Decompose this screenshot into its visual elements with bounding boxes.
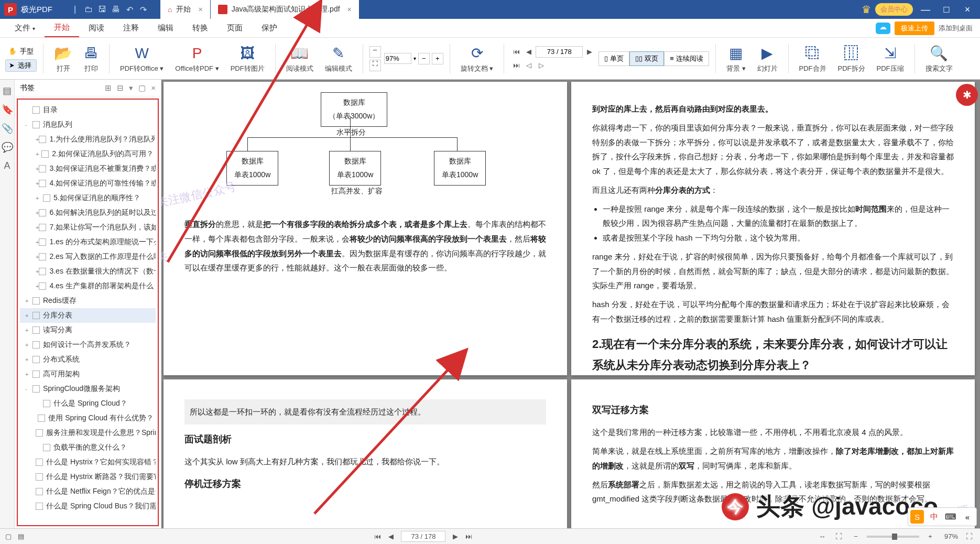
zoom-in-button[interactable]: + — [924, 532, 936, 540]
bookmark-item[interactable]: +Redis缓存 — [20, 293, 156, 308]
bookmark-item[interactable]: +7.如果让你写一个消息队列，该如何进 — [20, 220, 156, 235]
expand-icon[interactable]: + — [25, 371, 32, 377]
edit-mode-button[interactable]: ✎编辑模式 — [321, 42, 356, 75]
first-page-button[interactable]: ⏮ — [374, 532, 381, 540]
bookmark-item[interactable]: +2.如何保证消息队列的高可用？ — [20, 147, 156, 161]
bookmark-item[interactable]: -消息队列 — [20, 117, 156, 132]
select-tool[interactable]: ➤选择 — [5, 59, 37, 72]
text-icon[interactable]: A — [4, 160, 10, 171]
upload-button[interactable]: 极速上传 — [895, 21, 934, 35]
fit-width-icon[interactable]: ↔ — [816, 532, 828, 540]
fit-page-icon[interactable]: ⛶ — [833, 532, 845, 540]
background-button[interactable]: ▦背景 ▾ — [722, 42, 750, 75]
bookmark-item[interactable]: +1.es 的分布式架构原理能说一下么（e — [20, 235, 156, 249]
zoom-input[interactable] — [384, 53, 411, 64]
menu-start[interactable]: 开始 — [45, 19, 79, 37]
zoom-in-button[interactable]: + — [432, 53, 443, 64]
tray-ime-icon[interactable]: 中 — [927, 510, 941, 524]
slideshow-button[interactable]: ▶幻灯片 — [753, 42, 782, 75]
expand-icon[interactable]: + — [25, 342, 32, 348]
tray-chevron-icon[interactable]: « — [961, 510, 974, 524]
expand-icon[interactable]: + — [25, 327, 32, 333]
bookmark-item[interactable]: 什么是 Hystrix 断路器？我们需要它吗 — [20, 470, 156, 484]
bookmark-item[interactable]: 负载平衡的意义什么？ — [20, 440, 156, 455]
prev-page-button[interactable]: ◀ — [523, 46, 535, 58]
tray-app-icon[interactable]: S — [910, 510, 924, 524]
hand-tool[interactable]: ✋手型 — [5, 46, 37, 57]
single-page-button[interactable]: ▯单页 — [598, 51, 629, 66]
page-indicator[interactable]: 73 / 178 — [401, 531, 445, 542]
bookmark-item[interactable]: +4.如何保证消息的可靠性传输？或者说， — [20, 176, 156, 191]
undo-icon[interactable]: ↶ — [123, 5, 136, 15]
first-page-button[interactable]: ⏮ — [510, 46, 522, 58]
last-page-button[interactable]: ⏭ — [465, 532, 472, 540]
bookmark-item[interactable]: +6.如何解决消息队列的延时以及过期失 — [20, 205, 156, 220]
page-input[interactable] — [536, 46, 583, 58]
bookmark-tree[interactable]: 目录-消息队列+1.为什么使用消息队列？消息队列有什+2.如何保证消息队列的高可… — [17, 99, 159, 526]
menu-convert[interactable]: 转换 — [183, 23, 217, 33]
search-text-button[interactable]: 🔍搜索文字 — [921, 42, 957, 75]
chevron-down-icon[interactable]: ▾ — [413, 56, 416, 61]
expand-icon[interactable]: - — [25, 122, 32, 128]
menu-file[interactable]: 文件 ▾ — [5, 23, 45, 33]
bookmark-item[interactable]: 什么是 Spring Cloud？ — [20, 396, 156, 411]
office-to-pdf-button[interactable]: POffice转PDF ▾ — [171, 42, 223, 75]
pdf-split-button[interactable]: ⿲PDF拆分 — [834, 42, 869, 75]
bookmark-item[interactable]: 什么是 Hystrix？它如何实现容错？ — [20, 455, 156, 470]
vip-button[interactable]: 会员中心 — [875, 3, 913, 16]
expand-icon[interactable]: + — [25, 298, 32, 304]
print-button[interactable]: 🖶打印 — [80, 42, 103, 75]
new-window-icon[interactable]: ▢ — [138, 83, 146, 93]
expand-icon[interactable]: + — [36, 195, 43, 201]
pdf-compress-button[interactable]: ⇲PDF压缩 — [873, 42, 908, 75]
bookmark-item[interactable]: +如何设计一个高并发系统？ — [20, 338, 156, 352]
tab-document[interactable]: Java高级架构面试知识点整理.pdf × — [211, 0, 360, 19]
tray-keyboard-icon[interactable]: ⌨ — [944, 510, 957, 524]
last-page-button[interactable]: ⏭ — [510, 60, 522, 71]
tab-home[interactable]: ⌂ 开始 × — [160, 0, 211, 19]
thumbnail-view-icon[interactable]: ▤ — [18, 532, 24, 540]
next-page-button[interactable]: ▶ — [453, 532, 458, 540]
bookmark-item[interactable]: +3.如何保证消息不被重复消费？或者说， — [20, 161, 156, 176]
bookmark-item[interactable]: -SpringCloud微服务架构 — [20, 382, 156, 396]
attachments-icon[interactable]: 📎 — [2, 123, 13, 134]
menu-edit[interactable]: 编辑 — [148, 23, 183, 33]
folder-icon[interactable]: 🗀 — [82, 5, 95, 14]
add-to-desktop-link[interactable]: 添加到桌面 — [939, 24, 973, 33]
expand-icon[interactable]: - — [25, 386, 32, 392]
expand-icon[interactable]: + — [36, 151, 41, 157]
bookmark-item[interactable]: +高可用架构 — [20, 367, 156, 382]
bookmark-item[interactable]: 什么是 Spring Cloud Bus？我们需要它 — [20, 499, 156, 514]
pdf-to-image-button[interactable]: 🖼PDF转图片 — [226, 42, 269, 75]
bookmark-item[interactable]: +分布式系统 — [20, 352, 156, 367]
cloud-icon[interactable]: ☁ — [876, 23, 890, 34]
document-viewport[interactable]: 数据库（单表3000w） 水平拆分 数据库单表1000w 数据库单表1000w … — [161, 80, 980, 528]
window-close-button[interactable]: × — [959, 4, 976, 15]
minimize-button[interactable]: — — [917, 4, 934, 15]
pdf-to-office-button[interactable]: WPDF转Office ▾ — [116, 42, 168, 75]
expand-icon[interactable]: + — [25, 356, 32, 363]
bookmark-item[interactable]: +读写分离 — [20, 323, 156, 338]
collapse-all-icon[interactable]: ⊟ — [117, 83, 124, 93]
bookmark-item[interactable]: +5.如何保证消息的顺序性？ — [20, 191, 156, 205]
close-icon[interactable]: × — [347, 5, 352, 14]
thumbnails-icon[interactable]: ▤ — [3, 85, 12, 96]
zoom-slider[interactable] — [867, 536, 919, 538]
open-button[interactable]: 📂打开 — [50, 42, 77, 75]
bookmark-item[interactable]: 服务注册和发现是什么意思？Spring C — [20, 426, 156, 440]
double-page-button[interactable]: ▯▯双页 — [629, 51, 664, 66]
close-icon[interactable]: × — [198, 5, 202, 14]
menu-protect[interactable]: 保护 — [252, 23, 287, 33]
menu-page[interactable]: 页面 — [217, 23, 252, 33]
bookmark-item[interactable]: +4.es 生产集群的部署架构是什么？每个 — [20, 279, 156, 293]
prev-view-button[interactable]: ◁ — [523, 60, 535, 71]
bookmark-menu-icon[interactable]: ▾ — [129, 83, 133, 93]
redo-icon[interactable]: ↷ — [136, 5, 150, 15]
fullscreen-button[interactable]: ⛶ — [963, 532, 975, 540]
bookmark-item[interactable]: 使用 Spring Cloud 有什么优势？ — [20, 411, 156, 426]
close-panel-icon[interactable]: × — [151, 83, 156, 92]
prev-page-button[interactable]: ◀ — [388, 532, 394, 540]
bookmark-item[interactable]: +2.es 写入数据的工作原理是什么啊？e — [20, 249, 156, 264]
comments-icon[interactable]: 💬 — [2, 142, 13, 153]
next-page-button[interactable]: ▶ — [584, 46, 595, 58]
